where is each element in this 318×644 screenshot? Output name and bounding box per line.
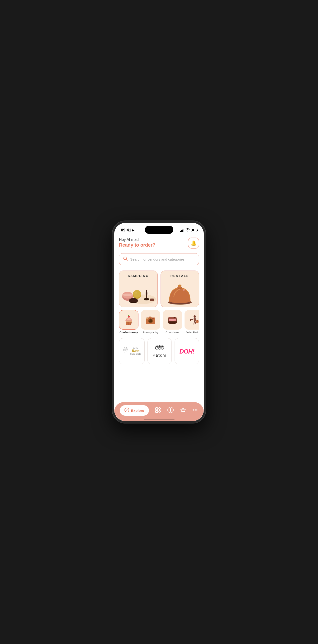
add-icon <box>167 407 174 414</box>
svg-point-58 <box>193 410 194 411</box>
svg-line-22 <box>130 322 130 325</box>
svg-rect-51 <box>155 408 158 410</box>
basket-icon <box>180 407 186 414</box>
svg-rect-53 <box>155 410 158 412</box>
svg-point-52 <box>159 408 161 410</box>
category-photography[interactable]: Photography <box>141 310 160 334</box>
svg-rect-40 <box>194 318 196 321</box>
search-placeholder: Search for vendors and categories <box>130 257 185 261</box>
svg-line-41 <box>191 319 194 320</box>
svg-rect-48 <box>197 320 198 321</box>
svg-point-38 <box>168 322 177 324</box>
cupcake-icon <box>122 314 135 326</box>
doh-logo: DOH! <box>179 347 194 355</box>
vendor-patchi[interactable]: Patchi <box>147 338 172 364</box>
bottom-navigation: Explore <box>114 402 204 421</box>
svg-rect-32 <box>152 318 154 319</box>
wifi-icon <box>186 228 190 232</box>
signal-icon <box>180 229 184 232</box>
svg-point-11 <box>129 298 138 302</box>
rentals-illustration <box>161 278 199 307</box>
header: Hey Ahmad Ready to order? 🔔 <box>119 236 199 248</box>
category-list: Confectionery <box>119 310 199 334</box>
svg-point-8 <box>134 292 137 294</box>
search-bar[interactable]: Search for vendors and categories <box>119 253 199 265</box>
subtitle-text: Ready to order? <box>119 242 155 248</box>
dynamic-island <box>145 226 173 234</box>
notifications-button[interactable]: 🔔 <box>188 238 199 248</box>
svg-line-20 <box>127 322 127 325</box>
battery-icon <box>191 229 197 232</box>
svg-point-19 <box>183 289 185 291</box>
time-display: 09:41 <box>121 228 131 232</box>
valet-icon-bg <box>185 310 199 330</box>
camera-icon <box>144 314 157 326</box>
photography-label: Photography <box>141 331 160 334</box>
svg-line-1 <box>126 260 127 260</box>
sampling-illustration <box>119 281 157 307</box>
svg-point-7 <box>133 290 141 298</box>
bell-icon: 🔔 <box>191 240 197 246</box>
rose-icon <box>122 346 129 354</box>
svg-rect-23 <box>126 321 132 322</box>
svg-point-36 <box>169 319 176 320</box>
shapes-icon <box>155 407 161 414</box>
phone-screen: 09:41 ▶ <box>114 223 204 421</box>
patchi-symbol <box>154 344 165 352</box>
nav-basket[interactable] <box>180 407 186 414</box>
explore-label: Explore <box>131 408 144 412</box>
chocolate-slice-icon <box>166 314 179 326</box>
svg-line-45 <box>194 321 195 324</box>
svg-point-59 <box>195 410 196 411</box>
home-indicator <box>144 419 175 420</box>
phone-frame: 09:41 ▶ <box>112 221 206 423</box>
svg-point-24 <box>128 316 130 318</box>
greeting-text: Hey Ahmad <box>119 238 155 242</box>
svg-point-9 <box>144 298 149 300</box>
search-icon <box>123 256 128 262</box>
location-icon: ▶ <box>132 228 134 232</box>
patchi-text: Patchi <box>152 353 167 358</box>
svg-point-18 <box>178 284 182 287</box>
nav-add[interactable] <box>167 407 174 414</box>
svg-rect-31 <box>146 318 148 320</box>
chocolates-icon-bg <box>163 310 182 330</box>
chocolates-label: Chocolates <box>163 331 182 334</box>
status-time: 09:41 ▶ <box>121 228 134 232</box>
svg-point-5 <box>122 294 133 296</box>
svg-point-29 <box>149 320 150 321</box>
explore-pill: Explore <box>120 405 149 416</box>
svg-rect-30 <box>149 316 151 318</box>
valet-parking-icon <box>188 314 199 326</box>
svg-point-39 <box>194 315 196 318</box>
vendor-doh[interactable]: DOH! <box>175 338 199 364</box>
svg-rect-12 <box>150 298 154 301</box>
svg-point-60 <box>196 410 198 411</box>
compass-icon <box>124 408 129 413</box>
sampling-card[interactable]: SAMPLING <box>119 270 158 307</box>
category-valet[interactable]: Valet Parking <box>185 310 199 334</box>
nav-more[interactable] <box>192 407 198 414</box>
rentals-label: RENTALS <box>161 271 199 278</box>
svg-point-54 <box>159 410 161 412</box>
more-icon <box>192 407 198 414</box>
main-content: Hey Ahmad Ready to order? 🔔 Search for v… <box>114 236 204 402</box>
patchi-logo: Patchi <box>152 344 167 358</box>
vendor-list: White Rose Chocolate <box>119 338 199 364</box>
photography-icon-bg <box>141 310 160 330</box>
category-chocolates[interactable]: Chocolates <box>163 310 182 334</box>
sampling-label: SAMPLING <box>119 271 157 278</box>
confectionery-label: Confectionery <box>119 331 138 334</box>
nav-explore[interactable]: Explore <box>120 405 149 416</box>
svg-point-42 <box>190 320 191 321</box>
svg-point-49 <box>124 348 127 351</box>
nav-shapes[interactable] <box>155 407 161 414</box>
rentals-card[interactable]: RENTALS <box>161 270 199 307</box>
vendor-white-rose[interactable]: White Rose Chocolate <box>119 338 145 364</box>
status-icons <box>180 228 197 232</box>
svg-line-46 <box>195 321 196 324</box>
confectionery-icon-bg <box>119 310 138 330</box>
category-confectionery[interactable]: Confectionery <box>119 310 138 334</box>
white-rose-logo: White Rose Chocolate <box>122 346 141 356</box>
featured-categories: SAMPLING <box>119 270 199 307</box>
